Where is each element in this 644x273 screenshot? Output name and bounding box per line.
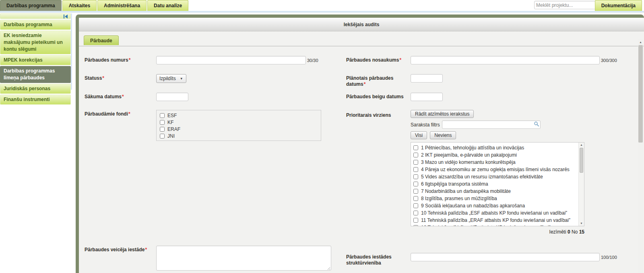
sidebar-right-edge (71, 13, 72, 90)
priority-axis-checkbox[interactable] (413, 182, 418, 186)
parbaudes-nosaukums-input[interactable] (411, 56, 600, 64)
strukturvieniba-counter: 100/100 (601, 253, 617, 260)
priority-axis-checkbox[interactable] (413, 160, 418, 165)
tab-parbaude[interactable]: Pārbaude (84, 35, 119, 45)
page-scrollbar[interactable]: ▲ (638, 39, 643, 273)
list-scrollbar[interactable]: ▲ ▼ (578, 143, 584, 226)
top-nav-tab[interactable]: Darbības programma (0, 0, 62, 11)
sidebar-menu-item[interactable]: Darbības programmas līmeņa pārbaudes (0, 66, 71, 83)
page-title: Iekšējais audits (79, 18, 644, 31)
sidebar-menu-item[interactable]: Darbības programma (0, 20, 71, 30)
priority-axis-item[interactable]: 1 Pētniecības, tehnoloģiju attīstība un … (413, 144, 576, 151)
documentation-tab[interactable]: Dokumentācija (595, 0, 642, 11)
beigu-datums-input[interactable] (411, 93, 443, 101)
required-mark: * (122, 94, 124, 99)
required-mark: * (102, 75, 104, 81)
project-search-input[interactable] (534, 1, 605, 9)
veiceja-iestade-label: Pārbaudes veicēja iestāde* (85, 246, 156, 253)
priority-axis-item[interactable]: 3 Mazo un vidējo komersantu konkurētspēj… (413, 159, 576, 166)
parbaudes-nosaukums-label: Pārbaudes nosaukums* (346, 56, 411, 63)
fondi-option-label: ESF (167, 113, 177, 118)
select-all-button[interactable]: Visi (411, 131, 427, 139)
priority-axis-item[interactable]: 12 Tehniskā palīdzība „KF atbalsts KP ie… (413, 224, 576, 226)
fondi-option[interactable]: JNI (160, 132, 318, 139)
sidebar-menu-item[interactable]: EK iesniedzamie maksājumu pieteikumi un … (0, 31, 71, 54)
page-scrollbar-thumb[interactable] (638, 45, 643, 143)
strukturvieniba-label: Pārbaudes iestādes struktūrvienība (346, 253, 411, 266)
prioritarais-label: Prioritarais virziens (346, 110, 411, 118)
priority-axis-checkbox[interactable] (413, 196, 418, 201)
search-icon[interactable] (534, 121, 539, 128)
sidebar-menu-item[interactable]: Juridiskās personas (0, 84, 71, 94)
priority-axis-checkbox[interactable] (413, 153, 418, 157)
required-mark: * (129, 57, 131, 63)
priority-axis-item-label: 8 Izglītība, prasmes un mūžizglītība (421, 196, 497, 201)
content-tab-row: Pārbaude (79, 31, 644, 46)
selection-summary: Iezīmēti 0 No 15 (411, 229, 584, 235)
fondi-option-label: ERAF (167, 126, 180, 132)
statuss-select[interactable]: Izpildīts ▼ (156, 74, 186, 83)
fondi-checkbox[interactable] (160, 113, 165, 118)
priority-axis-checkbox[interactable] (413, 203, 418, 208)
top-nav-tab[interactable]: Datu analīze (147, 0, 188, 11)
veiceja-iestade-textarea[interactable] (156, 246, 331, 271)
list-scrollbar-thumb[interactable] (580, 148, 583, 173)
priority-axis-item[interactable]: 2 IKT pieejamība, e-pārvalde un pakalpoj… (413, 151, 576, 159)
fondi-option[interactable]: ESF (160, 112, 318, 119)
collapse-sidebar-icon[interactable] (63, 14, 68, 18)
priority-axis-item[interactable]: 6 Ilgtspējīga transporta sistēma (413, 180, 576, 188)
fondi-checkbox[interactable] (160, 120, 165, 125)
required-mark: * (128, 111, 130, 117)
priority-axis-item[interactable]: 8 Izglītība, prasmes un mūžizglītība (413, 195, 576, 202)
statuss-label: Statuss* (85, 74, 156, 81)
top-nav-tab[interactable]: Atskaites (62, 0, 97, 11)
sakuma-datums-input[interactable] (156, 93, 188, 101)
priority-axis-checkbox[interactable] (413, 189, 418, 194)
parbaudes-numurs-counter: 30/30 (307, 56, 318, 63)
priority-axis-item[interactable]: 9 Sociālā iekļaušana un nabadzības apkar… (413, 202, 576, 209)
planotais-datums-input[interactable] (411, 74, 443, 83)
priority-axis-item-label: 10 Tehniskā palīdzība „ESF atbalsts KP f… (421, 210, 567, 216)
priority-axis-list: 1 Pētniecības, tehnoloģiju attīstība un … (411, 144, 584, 226)
fondi-checkbox[interactable] (160, 134, 165, 139)
scroll-up-icon[interactable]: ▲ (579, 143, 584, 147)
priority-axis-checkbox[interactable] (413, 218, 418, 223)
priority-axis-item-label: 2 IKT pieejamība, e-pārvalde un pakalpoj… (421, 152, 517, 158)
scroll-up-icon[interactable]: ▲ (638, 39, 643, 45)
sidebar-menu-item[interactable]: Finanšu instrumenti (0, 95, 71, 105)
fondi-option[interactable]: ERAF (160, 126, 318, 132)
top-navigation: Darbības programma Atskaites Administrēš… (0, 0, 644, 11)
total-count: 15 (579, 229, 584, 235)
strukturvieniba-input[interactable] (411, 253, 600, 261)
parbaudes-nosaukums-counter: 300/300 (601, 56, 617, 63)
show-marked-records-button[interactable]: Rādīt atzīmētos ierakstus (411, 110, 474, 118)
fondi-option[interactable]: KF (160, 119, 318, 126)
parbaudes-numurs-input[interactable] (156, 56, 306, 64)
priority-axis-checkbox[interactable] (413, 145, 418, 150)
priority-axis-item[interactable]: 11 Tehniskā palīdzība „ERAF atbalsts KP … (413, 217, 576, 224)
priority-axis-item[interactable]: 4 Pāreja uz ekonomiku ar zemu oglekļa em… (413, 166, 576, 173)
beigu-datums-label: Pārbaudes beigu datums (346, 93, 411, 100)
priority-axis-checkbox[interactable] (413, 211, 418, 215)
list-filter-label: Saraksta filtrs (411, 122, 440, 128)
priority-axis-checkbox[interactable] (413, 174, 418, 179)
select-none-button[interactable]: Neviens (430, 131, 456, 139)
priority-axis-item-label: 6 Ilgtspējīga transporta sistēma (421, 181, 488, 187)
priority-axis-item[interactable]: 7 Nodarbinātība un darbaspēka mobilitāte (413, 188, 576, 195)
priority-axis-listbox: 1 Pētniecības, tehnoloģiju attīstība un … (411, 142, 584, 226)
sidebar: Darbības programma EK iesniedzamie maksā… (0, 13, 71, 105)
parbaudes-numurs-label: Pārbaudes numurs* (85, 56, 156, 63)
top-nav-tab[interactable]: Administrēšana (97, 0, 147, 11)
priority-axis-item[interactable]: 10 Tehniskā palīdzība „ESF atbalsts KP f… (413, 209, 576, 217)
priority-axis-item-label: 7 Nodarbinātība un darbaspēka mobilitāte (421, 188, 511, 194)
fondi-checkbox[interactable] (160, 127, 165, 132)
sidebar-collapse-bar[interactable] (0, 13, 71, 19)
sidebar-menu-item[interactable]: MPEK korekcijas (0, 55, 71, 65)
list-filter-input[interactable] (442, 120, 541, 129)
priority-axis-item[interactable]: 5 Vides aizsardzība un resursu izmantoša… (413, 173, 576, 180)
selected-count: 0 (568, 229, 570, 235)
chevron-down-icon: ▼ (180, 77, 183, 81)
priority-axis-checkbox[interactable] (413, 167, 418, 172)
priority-axis-checkbox[interactable] (413, 225, 418, 226)
scroll-down-icon[interactable]: ▼ (579, 221, 584, 226)
